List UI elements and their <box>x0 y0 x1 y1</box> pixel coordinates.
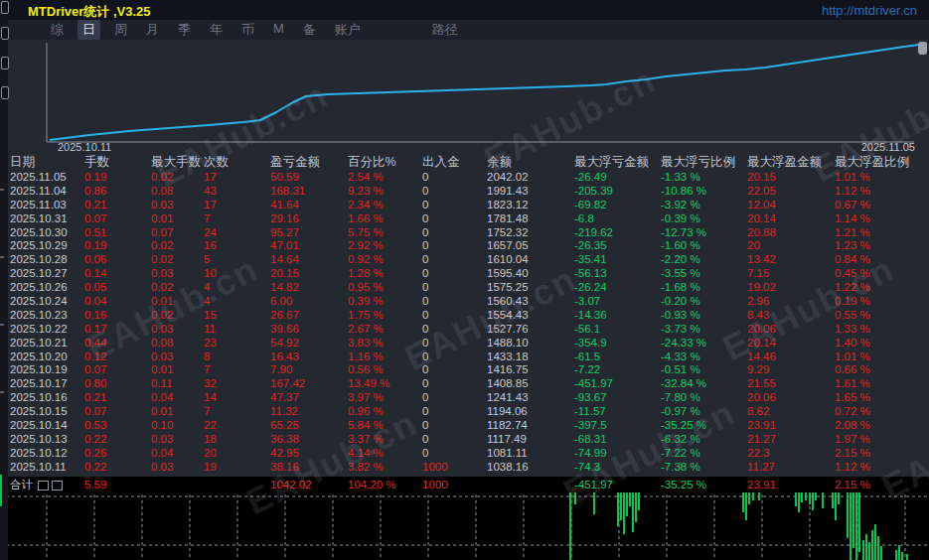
cell: 104.20 % <box>348 477 422 492</box>
minimized-window-icon[interactable] <box>52 481 63 490</box>
menu-item-周[interactable]: 周 <box>109 20 132 40</box>
cell: 2.15 % <box>835 477 929 492</box>
cell: 7 <box>204 363 270 377</box>
object-handle-icon[interactable] <box>1 57 9 70</box>
cell: 41.64 <box>270 199 348 212</box>
menu-item-月[interactable]: 月 <box>141 20 164 40</box>
histogram-panel[interactable] <box>0 492 929 560</box>
cell: 9.29 <box>747 363 835 377</box>
cell: 11.32 <box>270 405 348 419</box>
cell: -14.36 <box>574 309 661 323</box>
cell: 14.82 <box>270 281 348 295</box>
cell: -93.67 <box>574 391 661 405</box>
cell: 0.19 <box>84 239 151 253</box>
cell: 0.39 % <box>348 295 422 309</box>
cell: 50.59 <box>270 171 348 185</box>
cell: 5.59 <box>84 477 151 492</box>
cell: 3.97 % <box>348 391 422 405</box>
minimized-window-icon[interactable] <box>38 481 49 490</box>
table-row: 2025.10.240.040.0146.000.39 %01560.43-3.… <box>0 295 929 309</box>
menu-item-币[interactable]: 币 <box>236 20 259 40</box>
cell: 2025.10.30 <box>10 226 84 240</box>
cell: 0 <box>422 309 487 323</box>
cell: 0.51 <box>84 226 151 240</box>
menu-item-账户[interactable]: 账户 <box>330 20 366 40</box>
cell: 0 <box>422 185 487 199</box>
cell: 10 <box>204 267 270 281</box>
cell: 1081.11 <box>487 447 574 461</box>
cell: 11 <box>204 323 270 337</box>
cell: 0.56 % <box>348 363 422 377</box>
equity-chart-panel[interactable]: 2025.10.11 2025.11.05 <box>0 40 929 154</box>
cell: -1.33 % <box>661 171 747 185</box>
cell: 0.03 <box>151 323 204 337</box>
object-handle-icon[interactable] <box>1 1 9 14</box>
cell: 2025.10.31 <box>10 212 84 226</box>
cell: -10.86 % <box>661 185 747 199</box>
cell: 0 <box>422 405 487 419</box>
cell: 1554.43 <box>487 309 574 323</box>
cell: 1.28 % <box>348 267 422 281</box>
cell: 7.90 <box>270 363 348 377</box>
cell: 0 <box>422 171 487 185</box>
cell: 1823.12 <box>487 199 574 212</box>
cell: 0 <box>422 199 487 212</box>
table-row: 2025.10.110.220.031938.163.82 %10001038.… <box>0 461 929 475</box>
cell: 0.03 <box>151 433 204 447</box>
total-row-marker <box>0 475 2 506</box>
cell: 0.96 % <box>348 405 422 419</box>
table-row: 2025.10.220.170.031139.662.67 %01527.76-… <box>0 323 929 337</box>
cell: 2025.10.28 <box>10 253 84 267</box>
object-handle-icon[interactable] <box>1 27 9 40</box>
cell: 0 <box>422 433 487 447</box>
column-header: 出入金 <box>422 154 487 171</box>
cell: -451.97 <box>574 377 661 391</box>
chart-scroll-thumb[interactable] <box>918 42 927 55</box>
cell: 0.07 <box>84 363 151 377</box>
cell: 2025.10.27 <box>10 267 84 281</box>
cell: 2025.10.14 <box>10 419 84 433</box>
menu-item-综[interactable]: 综 <box>46 20 69 40</box>
table-row: 2025.10.230.160.021526.671.75 %01554.43-… <box>0 309 929 323</box>
cell: -6.8 <box>574 212 661 226</box>
cell: 0.45 % <box>835 267 929 281</box>
object-handle-icon[interactable] <box>1 86 9 99</box>
menu-item-日[interactable]: 日 <box>77 20 100 40</box>
cell: 0.12 <box>84 350 151 364</box>
cell: 17 <box>204 171 270 185</box>
table-row: 2025.10.140.530.102265.255.84 %01182.74-… <box>0 419 929 433</box>
cell: 17 <box>204 199 270 212</box>
cell: 13.42 <box>747 253 835 267</box>
cell: 2.96 <box>747 295 835 309</box>
cell: 0.07 <box>84 212 151 226</box>
cell: 4 <box>204 281 270 295</box>
cell: 0.03 <box>151 350 204 364</box>
cell: 1488.10 <box>487 337 574 350</box>
cell: 0.02 <box>151 239 204 253</box>
menu-item-备[interactable]: 备 <box>298 20 321 40</box>
menu-item-年[interactable]: 年 <box>205 20 228 40</box>
cell: 0 <box>422 350 487 364</box>
cell: -69.82 <box>574 199 661 212</box>
menu-item-季[interactable]: 季 <box>173 20 196 40</box>
menu-path-button[interactable]: 路径 <box>432 21 458 39</box>
cell: 2025.10.29 <box>10 239 84 253</box>
table-row: 2025.10.200.120.03816.431.16 %01433.18-6… <box>0 350 929 364</box>
cell: 2025.10.13 <box>10 433 84 447</box>
menu-item-M[interactable]: M <box>268 20 289 40</box>
cell: 2025.10.19 <box>10 363 84 377</box>
cell: 1408.85 <box>487 377 574 391</box>
cell: -397.5 <box>574 419 661 433</box>
cell: -24.33 % <box>661 337 747 350</box>
cell: 1781.48 <box>487 212 574 226</box>
cell: 23.91 <box>747 419 835 433</box>
cell: 2025.11.05 <box>10 171 84 185</box>
cell: -7.22 <box>574 363 661 377</box>
cell: 8 <box>204 350 270 364</box>
cell: -3.92 % <box>661 199 747 212</box>
cell: 1.97 % <box>835 433 929 447</box>
cell: 14 <box>204 391 270 405</box>
cell: 21.27 <box>747 433 835 447</box>
website-link[interactable]: http://mtdriver.cn <box>822 3 917 18</box>
cell: 1991.43 <box>487 185 574 199</box>
